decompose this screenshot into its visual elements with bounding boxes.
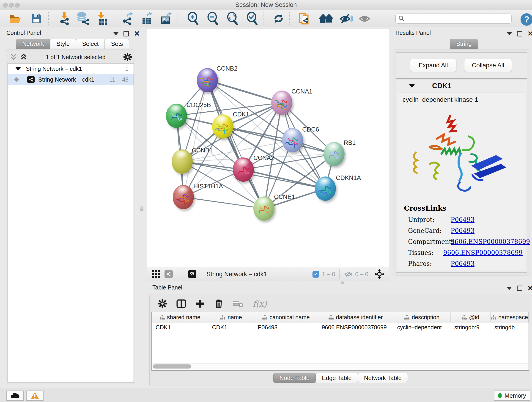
table-cell[interactable]: stringdb:9... [451, 324, 491, 331]
warning-status-button[interactable] [26, 390, 44, 401]
close-panel-icon[interactable]: ✕ [527, 286, 532, 290]
status-bar: Memory [0, 388, 532, 402]
zoom-fit-button[interactable] [225, 12, 240, 26]
import-network-from-database-button[interactable] [76, 12, 90, 26]
column-header-namespace[interactable]: namespace [491, 313, 529, 322]
tab-select[interactable]: Select [76, 39, 105, 49]
network-view-toolbar: String Network – cdk1 ✓ 1 – 0 0 – 0 [147, 267, 389, 281]
network-node-ccnb2[interactable] [197, 68, 218, 92]
import-table-button[interactable] [95, 12, 109, 26]
zoom-out-button[interactable] [206, 12, 220, 26]
table-cell[interactable]: 9606.ENSP00000378699 [318, 324, 393, 331]
birds-eye-grid-icon[interactable] [152, 270, 160, 279]
network-node-cdkn1a[interactable] [315, 177, 336, 201]
zoom-selected-icon [246, 12, 259, 25]
float-panel-icon[interactable] [507, 287, 512, 290]
export-network-button[interactable] [120, 12, 134, 26]
selected-checkbox-icon[interactable]: ✓ [312, 271, 319, 278]
column-header-canonical-name[interactable]: canonical name [254, 313, 318, 322]
tab-network-table[interactable]: Network Table [358, 373, 408, 383]
tab-style[interactable]: Style [50, 39, 76, 49]
zoom-in-button[interactable] [186, 12, 200, 26]
network-type-badge-icon[interactable] [165, 270, 173, 278]
search-box[interactable] [395, 13, 512, 24]
add-column-icon[interactable] [196, 299, 205, 308]
column-header-@id[interactable]: @id [451, 313, 491, 322]
cloud-status-button[interactable] [6, 390, 24, 401]
hide-selected-button[interactable] [339, 12, 353, 26]
table-cell[interactable]: CDK1 [152, 324, 208, 331]
import-network-button[interactable] [57, 12, 71, 26]
network-collection-row[interactable]: String Network – cdk1 1 [8, 64, 133, 74]
show-hidden-button[interactable] [358, 12, 372, 26]
scrollbar-thumb[interactable] [153, 364, 191, 369]
network-node-hist1h1a[interactable] [173, 185, 194, 209]
refresh-view-button[interactable] [272, 12, 286, 26]
pan-crosshair-icon[interactable] [374, 269, 385, 279]
tab-sets[interactable]: Sets [105, 39, 129, 49]
collection-label: String Network – cdk1 [26, 65, 82, 72]
maximize-panel-icon[interactable] [517, 31, 522, 36]
maximize-panel-icon[interactable] [517, 286, 522, 291]
column-header-description[interactable]: description [393, 313, 450, 322]
network-node-cdc6[interactable] [282, 128, 303, 153]
crosslink-value-link[interactable]: P06493 [451, 216, 475, 223]
hidden-eye-icon[interactable] [344, 270, 353, 278]
collapse-all-button[interactable]: Collapse All [464, 59, 512, 72]
network-node-cdk1[interactable] [212, 114, 233, 139]
table-cell[interactable]: CDK1 [208, 324, 254, 331]
tab-string[interactable]: String [450, 39, 478, 49]
save-session-button[interactable] [29, 12, 44, 26]
search-input[interactable] [407, 15, 511, 22]
close-panel-icon[interactable]: ✕ [527, 32, 532, 36]
zoom-selected-button[interactable] [245, 12, 259, 26]
expand-all-icon[interactable] [19, 53, 28, 61]
export-table-button[interactable] [140, 12, 154, 26]
duplicate-network-button[interactable] [298, 12, 312, 26]
network-node-ccnb1[interactable] [172, 149, 193, 174]
table-row[interactable]: CDK1CDK1P064939606.ENSP00000378699cyclin… [152, 322, 529, 332]
collection-expander-icon[interactable] [15, 67, 21, 70]
horizontal-scrollbar[interactable] [152, 363, 528, 370]
delete-column-icon[interactable] [214, 299, 223, 309]
gear-icon[interactable] [123, 53, 132, 61]
table-cell[interactable]: P06493 [254, 324, 318, 331]
maximize-panel-icon[interactable] [123, 31, 129, 36]
panel-divider[interactable] [390, 29, 390, 281]
show-all-button[interactable] [319, 12, 333, 26]
column-header-name[interactable]: name [208, 313, 254, 322]
show-columns-icon[interactable] [176, 299, 186, 309]
tab-network[interactable]: Network [16, 39, 50, 49]
network-node-cdc25b[interactable] [166, 104, 187, 128]
network-node-ccna2[interactable] [233, 157, 254, 182]
crosslink-value-link[interactable]: P06493 [451, 260, 475, 267]
table-cell[interactable]: stringdb [491, 324, 529, 331]
network-node-rb1[interactable] [323, 142, 345, 166]
network-node-ccna1[interactable] [271, 90, 292, 115]
open-session-button[interactable] [8, 12, 22, 26]
crosslink-value-link[interactable]: 9606.ENSP00000378699 [443, 249, 523, 256]
help-button[interactable]: ? [520, 13, 532, 26]
network-row-selected[interactable]: String Network – cdk1 11 48 [8, 74, 133, 85]
memory-button[interactable]: Memory [494, 390, 530, 401]
float-panel-icon[interactable] [507, 32, 512, 35]
column-header-database-identifier[interactable]: database identifier [318, 313, 393, 322]
network-view-canvas[interactable]: CCNB2CCNA1CDC25BCDK1CDC6RB1CCNB1CCNA2CDK… [147, 29, 389, 267]
table-cell[interactable]: cyclin–dependent ... [393, 324, 450, 331]
close-panel-icon[interactable]: ✕ [134, 32, 140, 36]
gear-icon[interactable] [158, 299, 167, 308]
network-node-ccne1[interactable] [253, 196, 274, 221]
crosslink-value-link[interactable]: P06493 [451, 227, 475, 234]
tab-edge-table[interactable]: Edge Table [316, 373, 358, 383]
float-panel-icon[interactable] [114, 32, 119, 35]
left-splitter-handle[interactable] [140, 206, 143, 211]
export-image-button[interactable] [159, 12, 173, 26]
gene-section-header[interactable]: CDK1 [396, 80, 527, 92]
expand-all-button[interactable]: Expand All [410, 59, 456, 72]
column-header-shared-name[interactable]: shared name [152, 313, 208, 322]
crosslink-value-link[interactable]: 9606.ENSP00000378699 [451, 238, 530, 245]
tab-node-table[interactable]: Node Table [273, 373, 316, 383]
collapse-all-icon[interactable] [9, 53, 18, 61]
network-type-icon [27, 76, 35, 83]
open-in-browser-icon[interactable] [188, 270, 196, 278]
